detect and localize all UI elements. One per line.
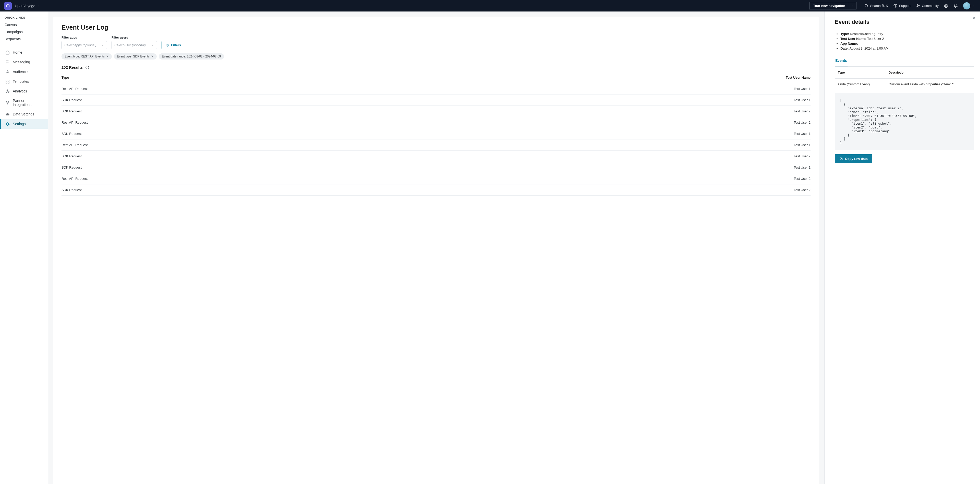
search-button[interactable]: Search ⌘ K — [863, 3, 889, 9]
cell-type: SDK Request — [62, 106, 446, 117]
filters-button[interactable]: Filters — [162, 41, 185, 49]
nav-label: Messaging — [13, 60, 30, 64]
svg-point-12 — [8, 101, 9, 102]
filter-chips: Event type: REST API Events✕Event type: … — [62, 53, 811, 59]
table-row[interactable]: SDK RequestTest User 2 — [62, 184, 811, 196]
meta-user-label: Test User Name: — [840, 37, 866, 41]
refresh-button[interactable] — [85, 65, 89, 69]
cell-type: Rest API Request — [62, 117, 446, 128]
language-button[interactable] — [943, 3, 950, 9]
cell-user: Test User 2 — [446, 106, 811, 117]
sidebar: QUICK LINKS Canvas Campaigns Segments Ho… — [0, 11, 48, 484]
event-detail-table: Type Description zelda (Custom Event) Cu… — [835, 67, 974, 90]
nav-data-settings[interactable]: Data Settings — [0, 109, 48, 119]
tab-events[interactable]: Events — [835, 56, 848, 66]
cell-user: Test User 1 — [446, 162, 811, 173]
table-row[interactable]: Rest API RequestTest User 1 — [62, 83, 811, 94]
community-button[interactable]: Community — [915, 3, 940, 9]
grid-icon — [5, 79, 10, 84]
chip-label: Event type: REST API Events — [65, 55, 105, 58]
community-icon — [916, 3, 920, 8]
nav-home[interactable]: Home — [0, 48, 48, 57]
brand-logo-icon — [4, 2, 12, 10]
table-row[interactable]: SDK RequestTest User 1 — [62, 94, 811, 106]
chip-remove-icon[interactable]: ✕ — [151, 55, 154, 58]
cell-user: Test User 1 — [446, 139, 811, 151]
quick-link-campaigns[interactable]: Campaigns — [0, 28, 48, 35]
chevron-down-icon — [851, 4, 854, 7]
quick-link-canvas[interactable]: Canvas — [0, 21, 48, 28]
close-icon — [972, 16, 976, 20]
table-row[interactable]: SDK RequestTest User 1 — [62, 162, 811, 173]
svg-point-16 — [167, 46, 168, 46]
cell-user: Test User 1 — [446, 94, 811, 106]
topbar: UponVoyage Tour new navigation Search ⌘ … — [0, 0, 980, 11]
filter-chip: Event type: SDK Events✕ — [114, 53, 157, 59]
quick-link-segments[interactable]: Segments — [0, 35, 48, 43]
meta-app-label: App Name: — [840, 42, 858, 45]
chip-remove-icon[interactable]: ✕ — [106, 55, 109, 58]
table-row[interactable]: Rest API RequestTest User 1 — [62, 139, 811, 151]
cell-user: Test User 2 — [446, 173, 811, 184]
details-panel: Event details Type: RestTestUserLogEntry… — [824, 11, 980, 484]
nav-partner-integrations[interactable]: Partner Integrations — [0, 96, 48, 109]
detail-row[interactable]: zelda (Custom Event) Custom event zelda … — [835, 79, 974, 90]
filters-button-label: Filters — [171, 43, 181, 47]
cell-type: Rest API Request — [62, 83, 446, 94]
meta-user-value: Test User 2 — [867, 37, 884, 41]
svg-point-4 — [918, 5, 920, 6]
cell-type: SDK Request — [62, 94, 446, 106]
svg-point-14 — [167, 44, 167, 45]
table-row[interactable]: SDK RequestTest User 2 — [62, 106, 811, 117]
table-row[interactable]: Rest API RequestTest User 2 — [62, 117, 811, 128]
svg-rect-7 — [6, 80, 7, 81]
table-row[interactable]: SDK RequestTest User 1 — [62, 128, 811, 139]
detail-row-desc: Custom event zelda with properties {"ite… — [886, 79, 974, 90]
nav-templates[interactable]: Templates — [0, 77, 48, 86]
cell-user: Test User 2 — [446, 151, 811, 162]
tour-button[interactable]: Tour new navigation — [809, 2, 849, 10]
nav-audience[interactable]: Audience — [0, 67, 48, 77]
detail-col-desc: Description — [886, 67, 974, 79]
details-meta: Type: RestTestUserLogEntry Test User Nam… — [835, 31, 974, 51]
nav-analytics[interactable]: Analytics — [0, 86, 48, 96]
avatar — [963, 2, 970, 10]
nav-settings[interactable]: Settings — [0, 119, 48, 129]
profile-menu[interactable] — [962, 1, 976, 10]
nav-label: Audience — [13, 70, 27, 74]
cloud-icon — [5, 112, 10, 117]
col-type: Type — [62, 72, 446, 83]
notifications-button[interactable] — [953, 3, 959, 9]
tour-dropdown-button[interactable] — [849, 2, 856, 10]
cell-type: SDK Request — [62, 162, 446, 173]
svg-point-1 — [865, 4, 868, 7]
support-button[interactable]: Support — [892, 3, 912, 9]
table-row[interactable]: Rest API RequestTest User 2 — [62, 173, 811, 184]
svg-point-3 — [917, 4, 918, 6]
svg-rect-9 — [6, 82, 7, 83]
filter-users-select[interactable]: Select user (optional) — [111, 41, 157, 49]
filter-apps-placeholder: Select apps (optional) — [64, 43, 97, 47]
svg-rect-10 — [8, 82, 9, 83]
raw-json-block: [ { "external_id": "test_user_2", "name"… — [835, 93, 974, 150]
workspace-switcher[interactable]: UponVoyage — [15, 4, 40, 8]
community-label: Community — [922, 4, 939, 8]
workspace-name: UponVoyage — [15, 4, 35, 8]
chevron-down-icon — [37, 4, 40, 7]
filter-apps-select[interactable]: Select apps (optional) — [62, 41, 107, 49]
close-details-button[interactable] — [972, 16, 976, 20]
nav-messaging[interactable]: Messaging — [0, 57, 48, 67]
svg-rect-8 — [8, 80, 9, 81]
svg-point-13 — [7, 104, 8, 104]
search-icon — [864, 3, 869, 8]
col-user: Test User Name — [446, 72, 811, 83]
page-title: Event User Log — [62, 24, 811, 31]
table-row[interactable]: SDK RequestTest User 2 — [62, 151, 811, 162]
copy-raw-button[interactable]: Copy raw data — [835, 154, 872, 163]
gear-icon — [5, 121, 10, 126]
support-label: Support — [899, 4, 911, 8]
detail-col-type: Type — [835, 67, 886, 79]
refresh-icon — [85, 65, 89, 69]
cell-type: SDK Request — [62, 184, 446, 196]
quick-links-heading: QUICK LINKS — [0, 16, 48, 21]
